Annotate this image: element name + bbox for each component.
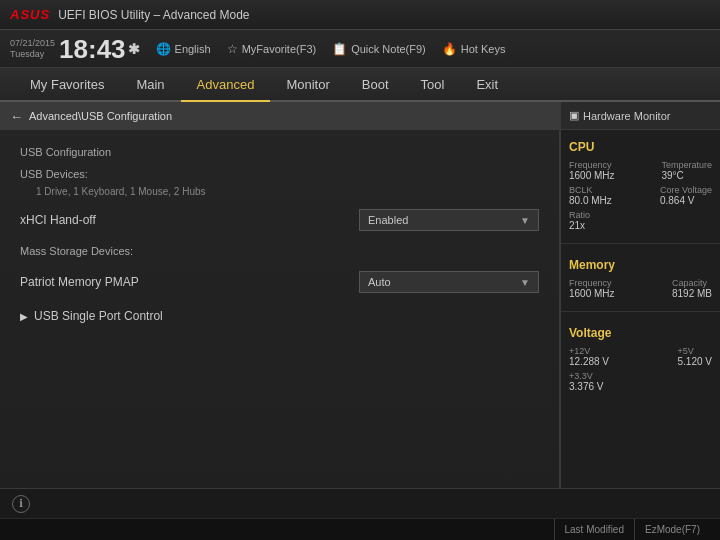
voltage-title: Voltage — [569, 322, 712, 346]
quicknote-label: Quick Note(F9) — [351, 43, 426, 55]
time-text: 18:43 — [59, 36, 126, 62]
mem-freq-label: Frequency — [569, 278, 615, 288]
mem-freq-value: 1600 MHz — [569, 288, 615, 299]
cpu-divider — [561, 243, 720, 244]
last-modified-label: Last Modified — [565, 524, 624, 535]
v5-label: +5V — [678, 346, 712, 356]
ratio-value: 21x — [569, 220, 590, 231]
xhci-label: xHCI Hand-off — [20, 213, 96, 227]
hardware-monitor-panel: ▣ Hardware Monitor CPU Frequency 1600 MH… — [560, 102, 720, 488]
cpu-bclk-row: BCLK 80.0 MHz Core Voltage 0.864 V — [569, 185, 712, 206]
core-voltage-value: 0.864 V — [660, 195, 712, 206]
info-icon: ℹ — [19, 497, 23, 510]
bios-title: UEFI BIOS Utility – Advanced Mode — [58, 8, 249, 22]
patriot-dropdown-arrow: ▼ — [520, 277, 530, 288]
hw-monitor-title-text: Hardware Monitor — [583, 110, 670, 122]
cpu-freq-label: Frequency — [569, 160, 615, 170]
v5-value: 5.120 V — [678, 356, 712, 367]
last-modified-button[interactable]: Last Modified — [554, 519, 634, 541]
nav-my-favorites[interactable]: My Favorites — [14, 67, 120, 101]
hotkeys-icon: 🔥 — [442, 42, 457, 56]
ratio-label: Ratio — [569, 210, 590, 220]
hotkeys-button[interactable]: 🔥 Hot Keys — [442, 42, 506, 56]
v33-label: +3.3V — [569, 371, 603, 381]
patriot-label: Patriot Memory PMAP — [20, 275, 139, 289]
status-bar-right: Last Modified EzMode(F7) — [554, 519, 711, 541]
ezmode-label: EzMode(F7) — [645, 524, 700, 535]
nav-tool[interactable]: Tool — [405, 67, 461, 101]
top-bar: ASUS UEFI BIOS Utility – Advanced Mode — [0, 0, 720, 30]
left-panel: ← Advanced\USB Configuration USB Configu… — [0, 102, 560, 488]
asus-logo: ASUS — [10, 7, 50, 22]
nav-monitor[interactable]: Monitor — [270, 67, 345, 101]
usb-single-port-label: USB Single Port Control — [34, 309, 163, 323]
patriot-value: Auto — [368, 276, 391, 288]
v12-value: 12.288 V — [569, 356, 609, 367]
section-content: USB Configuration USB Devices: 1 Drive, … — [0, 130, 559, 343]
ezmode-button[interactable]: EzMode(F7) — [634, 519, 710, 541]
usb-single-port-item[interactable]: ▶ USB Single Port Control — [20, 299, 539, 333]
xhci-dropdown-arrow: ▼ — [520, 215, 530, 226]
cpu-freq-row: Frequency 1600 MHz Temperature 39°C — [569, 160, 712, 181]
nav-advanced[interactable]: Advanced — [181, 68, 271, 102]
date-text: 07/21/2015 — [10, 38, 55, 49]
clock-settings-icon[interactable]: ✱ — [128, 42, 140, 56]
v33-value: 3.376 V — [569, 381, 603, 392]
breadcrumb: ← Advanced\USB Configuration — [0, 102, 559, 130]
info-bar: 07/21/2015 Tuesday 18:43 ✱ 🌐 English ☆ M… — [0, 30, 720, 68]
favorite-label: MyFavorite(F3) — [242, 43, 317, 55]
voltage-33v-row: +3.3V 3.376 V — [569, 371, 712, 392]
language-icon: 🌐 — [156, 42, 171, 56]
nav-exit[interactable]: Exit — [460, 67, 514, 101]
usb-devices-value: 1 Drive, 1 Keyboard, 1 Mouse, 2 Hubs — [20, 184, 539, 199]
language-selector[interactable]: 🌐 English — [156, 42, 211, 56]
cpu-title: CPU — [569, 136, 712, 160]
favorite-icon: ☆ — [227, 42, 238, 56]
mem-cap-value: 8192 MB — [672, 288, 712, 299]
memory-divider — [561, 311, 720, 312]
nav-boot[interactable]: Boot — [346, 67, 405, 101]
hw-monitor-title: ▣ Hardware Monitor — [561, 102, 720, 130]
voltage-section: Voltage +12V 12.288 V +5V 5.120 V +3.3V … — [561, 316, 720, 400]
memory-section: Memory Frequency 1600 MHz Capacity 8192 … — [561, 248, 720, 307]
bottom-info-bar: ℹ — [0, 488, 720, 518]
main-content: ← Advanced\USB Configuration USB Configu… — [0, 102, 720, 488]
bclk-label: BCLK — [569, 185, 612, 195]
cpu-section: CPU Frequency 1600 MHz Temperature 39°C … — [561, 130, 720, 239]
quicknote-button[interactable]: 📋 Quick Note(F9) — [332, 42, 426, 56]
back-button[interactable]: ← — [10, 109, 23, 124]
cpu-ratio-row: Ratio 21x — [569, 210, 712, 231]
voltage-12v-row: +12V 12.288 V +5V 5.120 V — [569, 346, 712, 367]
nav-bar: My Favorites Main Advanced Monitor Boot … — [0, 68, 720, 102]
cpu-temp-label: Temperature — [661, 160, 712, 170]
patriot-dropdown[interactable]: Auto ▼ — [359, 271, 539, 293]
memory-row: Frequency 1600 MHz Capacity 8192 MB — [569, 278, 712, 299]
xhci-value: Enabled — [368, 214, 408, 226]
quicknote-icon: 📋 — [332, 42, 347, 56]
core-voltage-label: Core Voltage — [660, 185, 712, 195]
language-label: English — [175, 43, 211, 55]
patriot-config-row: Patriot Memory PMAP Auto ▼ — [20, 261, 539, 299]
usb-devices-label: USB Devices: — [20, 162, 539, 184]
cpu-temp-value: 39°C — [661, 170, 712, 181]
mem-cap-label: Capacity — [672, 278, 712, 288]
v12-label: +12V — [569, 346, 609, 356]
xhci-config-row: xHCI Hand-off Enabled ▼ — [20, 199, 539, 237]
breadcrumb-path: Advanced\USB Configuration — [29, 110, 172, 122]
datetime: 07/21/2015 Tuesday — [10, 38, 55, 60]
xhci-dropdown[interactable]: Enabled ▼ — [359, 209, 539, 231]
mass-storage-title: Mass Storage Devices: — [20, 237, 539, 261]
myfavorite-button[interactable]: ☆ MyFavorite(F3) — [227, 42, 317, 56]
memory-title: Memory — [569, 254, 712, 278]
info-button[interactable]: ℹ — [12, 495, 30, 513]
nav-main[interactable]: Main — [120, 67, 180, 101]
clock: 18:43 ✱ — [59, 36, 140, 62]
expand-icon: ▶ — [20, 311, 28, 322]
status-bar: Last Modified EzMode(F7) — [0, 518, 720, 540]
cpu-freq-value: 1600 MHz — [569, 170, 615, 181]
usb-config-title: USB Configuration — [20, 140, 539, 162]
hotkeys-label: Hot Keys — [461, 43, 506, 55]
day-text: Tuesday — [10, 49, 55, 60]
hw-monitor-icon: ▣ — [569, 109, 579, 122]
bclk-value: 80.0 MHz — [569, 195, 612, 206]
